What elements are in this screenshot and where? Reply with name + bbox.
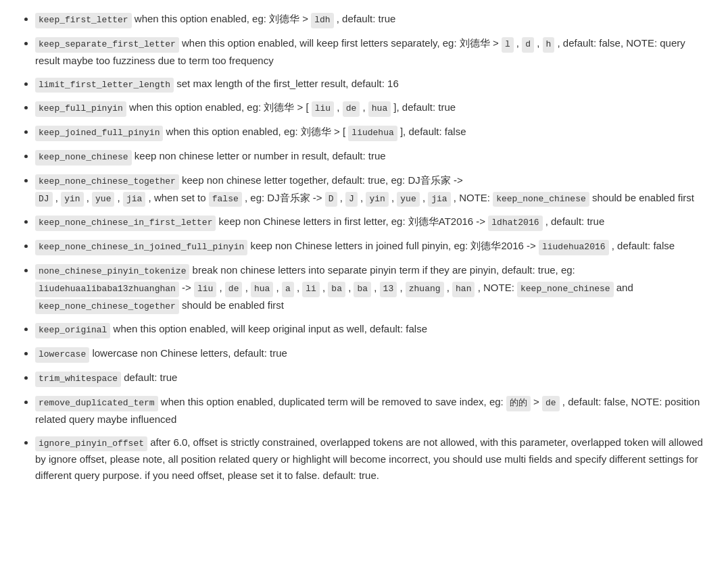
list-item: keep_none_chinese keep non chinese lette… xyxy=(35,148,712,166)
code-tag: keep_none_chinese xyxy=(517,282,614,297)
list-item: lowercase lowercase non Chinese letters,… xyxy=(35,345,712,363)
code-tag: liudehua xyxy=(348,126,397,141)
list-item: none_chinese_pinyin_tokenize break non c… xyxy=(35,262,712,314)
code-tag: J xyxy=(345,192,358,207)
code-tag: jia xyxy=(123,192,145,207)
code-tag: liudehua2016 xyxy=(539,240,609,255)
list-item: limit_first_letter_length set max length… xyxy=(35,76,712,93)
code-tag: a xyxy=(282,282,294,297)
code-tag: d xyxy=(522,37,534,53)
code-tag: 13 xyxy=(380,282,397,297)
code-tag: false xyxy=(209,192,242,207)
code-tag: keep_none_chinese_in_first_letter xyxy=(35,216,216,231)
list-item: keep_full_pinyin when this option enable… xyxy=(35,99,712,117)
code-tag: li xyxy=(302,282,320,297)
code-tag: keep_none_chinese xyxy=(35,150,132,166)
code-tag: keep_first_letter xyxy=(35,13,132,28)
list-item: keep_none_chinese_in_first_letter keep n… xyxy=(35,213,712,231)
code-tag: limit_first_letter_length xyxy=(35,78,174,93)
code-tag: h xyxy=(543,37,555,53)
code-tag: zhuang xyxy=(406,282,444,297)
code-tag: l xyxy=(502,37,514,53)
code-tag: ignore_pinyin_offset xyxy=(35,436,147,452)
list-item: keep_none_chinese_together keep non chin… xyxy=(35,172,712,207)
list-item: keep_first_letter when this option enabl… xyxy=(35,11,712,28)
code-tag: yue xyxy=(92,192,114,207)
code-tag: keep_separate_first_letter xyxy=(35,37,179,53)
code-tag: jia xyxy=(428,192,450,207)
code-tag: liudehuaalibaba13zhuanghan xyxy=(35,282,179,297)
code-tag: yue xyxy=(397,192,419,207)
code-tag: remove_duplicated_term xyxy=(35,396,158,411)
code-tag: han xyxy=(452,282,475,297)
list-item: keep_separate_first_letter when this opt… xyxy=(35,35,712,69)
code-tag: de xyxy=(343,101,360,117)
code-tag: keep_original xyxy=(35,323,110,338)
code-tag: keep_none_chinese xyxy=(493,192,589,207)
code-tag: yin xyxy=(61,192,83,207)
code-tag: trim_whitespace xyxy=(35,372,121,387)
code-tag: DJ xyxy=(35,192,53,207)
code-tag: yin xyxy=(366,192,388,207)
code-tag: de xyxy=(225,282,243,297)
code-tag: 的的 xyxy=(506,396,531,411)
list-item: remove_duplicated_term when this option … xyxy=(35,394,712,428)
code-tag: ba xyxy=(354,282,371,297)
code-tag: lowercase xyxy=(35,347,89,363)
code-tag: ldh xyxy=(311,13,333,28)
list-item: keep_original when this option enabled, … xyxy=(35,321,712,338)
list-item: keep_none_chinese_in_joined_full_pinyin … xyxy=(35,238,712,255)
code-tag: de xyxy=(542,396,560,411)
list-item: keep_joined_full_pinyin when this option… xyxy=(35,124,712,141)
code-tag: ldhat2016 xyxy=(488,216,542,231)
options-list: keep_first_letter when this option enabl… xyxy=(16,11,712,484)
code-tag: liu xyxy=(194,282,216,297)
code-tag: keep_full_pinyin xyxy=(35,101,126,117)
code-tag: hua xyxy=(368,101,391,117)
code-tag: keep_none_chinese_in_joined_full_pinyin xyxy=(35,240,247,255)
code-tag: keep_none_chinese_together xyxy=(35,299,179,315)
code-tag: keep_joined_full_pinyin xyxy=(35,126,163,141)
code-tag: hua xyxy=(251,282,273,297)
code-tag: D xyxy=(325,192,337,207)
code-tag: none_chinese_pinyin_tokenize xyxy=(35,264,189,280)
code-tag: keep_none_chinese_together xyxy=(35,174,179,190)
code-tag: liu xyxy=(312,101,334,117)
code-tag: ba xyxy=(328,282,345,297)
list-item: trim_whitespace default: true xyxy=(35,370,712,387)
list-item: ignore_pinyin_offset after 6.0, offset i… xyxy=(35,434,712,484)
